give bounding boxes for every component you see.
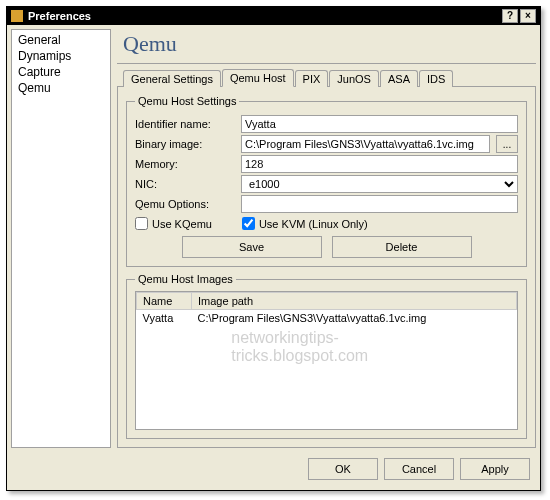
browse-button[interactable]: ... xyxy=(496,135,518,153)
sidebar-item-capture[interactable]: Capture xyxy=(14,64,108,80)
kvm-checkbox[interactable] xyxy=(242,217,255,230)
host-settings-legend: Qemu Host Settings xyxy=(135,95,239,107)
kqemu-checkbox[interactable] xyxy=(135,217,148,230)
close-button[interactable]: × xyxy=(520,9,536,23)
sidebar-item-general[interactable]: General xyxy=(14,32,108,48)
apply-button[interactable]: Apply xyxy=(460,458,530,480)
kvm-checkbox-label[interactable]: Use KVM (Linux Only) xyxy=(242,217,368,230)
images-table-wrap[interactable]: networkingtips-tricks.blogspot.com Name … xyxy=(135,291,518,430)
row-path: C:\Program Files\GNS3\Vyatta\vyatta6.1vc… xyxy=(192,310,517,327)
dialog-footer: OK Cancel Apply xyxy=(7,452,540,490)
host-images-group: Qemu Host Images networkingtips-tricks.b… xyxy=(126,273,527,439)
nic-label: NIC: xyxy=(135,178,235,190)
page-title: Qemu xyxy=(117,29,536,64)
table-row[interactable]: Vyatta C:\Program Files\GNS3\Vyatta\vyat… xyxy=(137,310,517,327)
binary-label: Binary image: xyxy=(135,138,235,150)
tab-ids[interactable]: IDS xyxy=(419,70,453,87)
save-button[interactable]: Save xyxy=(182,236,322,258)
window-title: Preferences xyxy=(28,10,91,22)
cancel-button[interactable]: Cancel xyxy=(384,458,454,480)
binary-image-input[interactable] xyxy=(241,135,490,153)
title-bar: Preferences ? × xyxy=(7,7,540,25)
help-button[interactable]: ? xyxy=(502,9,518,23)
tab-strip: General Settings Qemu Host PIX JunOS ASA… xyxy=(117,68,536,87)
tab-panel: Qemu Host Settings Identifier name: Bina… xyxy=(117,87,536,448)
tab-asa[interactable]: ASA xyxy=(380,70,418,87)
sidebar-item-qemu[interactable]: Qemu xyxy=(14,80,108,96)
identifier-input[interactable] xyxy=(241,115,518,133)
kqemu-text: Use KQemu xyxy=(152,218,212,230)
nic-select[interactable]: e1000 xyxy=(241,175,518,193)
options-label: Qemu Options: xyxy=(135,198,235,210)
delete-button[interactable]: Delete xyxy=(332,236,472,258)
ok-button[interactable]: OK xyxy=(308,458,378,480)
qemu-options-input[interactable] xyxy=(241,195,518,213)
col-path[interactable]: Image path xyxy=(192,293,517,310)
row-name: Vyatta xyxy=(137,310,192,327)
images-table: Name Image path Vyatta C:\Program Files\… xyxy=(136,292,517,326)
category-sidebar: General Dynamips Capture Qemu xyxy=(11,29,111,448)
tab-general-settings[interactable]: General Settings xyxy=(123,70,221,87)
host-settings-group: Qemu Host Settings Identifier name: Bina… xyxy=(126,95,527,267)
host-images-legend: Qemu Host Images xyxy=(135,273,236,285)
watermark-text: networkingtips-tricks.blogspot.com xyxy=(231,329,422,365)
tab-qemu-host[interactable]: Qemu Host xyxy=(222,69,294,87)
tab-junos[interactable]: JunOS xyxy=(329,70,379,87)
content-area: General Dynamips Capture Qemu Qemu Gener… xyxy=(7,25,540,452)
memory-input[interactable] xyxy=(241,155,518,173)
tab-pix[interactable]: PIX xyxy=(295,70,329,87)
memory-label: Memory: xyxy=(135,158,235,170)
sidebar-item-dynamips[interactable]: Dynamips xyxy=(14,48,108,64)
identifier-label: Identifier name: xyxy=(135,118,235,130)
preferences-window: Preferences ? × General Dynamips Capture… xyxy=(6,6,541,491)
kqemu-checkbox-label[interactable]: Use KQemu xyxy=(135,217,212,230)
main-panel: Qemu General Settings Qemu Host PIX JunO… xyxy=(117,29,536,448)
app-icon xyxy=(11,10,23,22)
col-name[interactable]: Name xyxy=(137,293,192,310)
kvm-text: Use KVM (Linux Only) xyxy=(259,218,368,230)
